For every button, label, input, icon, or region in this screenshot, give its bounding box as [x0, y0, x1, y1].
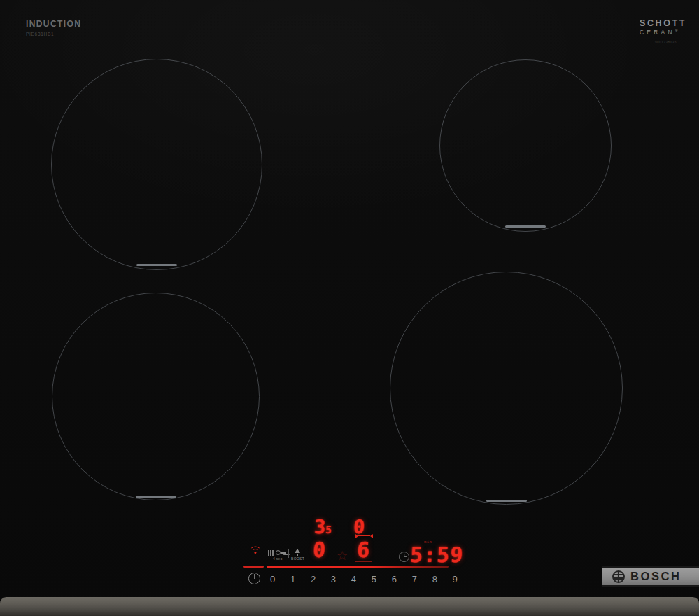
power-level-4[interactable]: 4 — [351, 574, 356, 584]
ceran-wordmark: CERAN® — [640, 29, 690, 36]
glass-serial-text: 9001738036 — [655, 41, 690, 44]
bosch-wordmark: BOSCH — [630, 570, 682, 583]
power-icon[interactable] — [248, 573, 260, 584]
pan-position-tick — [486, 500, 527, 502]
power-level-3[interactable]: 3 — [331, 574, 336, 584]
scale-separator: - — [444, 575, 446, 583]
display-front-right: 6 — [356, 538, 370, 562]
scale-separator: - — [302, 575, 304, 583]
model-number: PIE631HB1 — [26, 31, 54, 36]
power-level-scale[interactable]: 0-1-2-3-4-5-6-7-8-9 — [270, 573, 458, 585]
power-level-8[interactable]: 8 — [432, 574, 437, 584]
bosch-badge: BOSCH — [602, 568, 699, 585]
scale-separator: - — [362, 575, 365, 583]
display-rear-left-fraction: 5 — [325, 524, 332, 536]
timer-display: 5:59 — [409, 542, 464, 567]
registered-mark: ® — [675, 29, 678, 33]
schott-wordmark: SCHOTT — [640, 18, 690, 28]
clock-icon[interactable] — [399, 552, 409, 562]
power-level-7[interactable]: 7 — [412, 574, 417, 584]
scale-separator: - — [423, 575, 425, 583]
power-slider[interactable] — [267, 566, 449, 568]
display-rear-left: 35 — [313, 516, 332, 538]
icon-divider — [288, 549, 289, 558]
boost-label: BOOST — [291, 556, 304, 561]
scale-separator: - — [403, 575, 405, 583]
cooking-zone-front-right — [390, 272, 623, 505]
pan-position-tick — [505, 225, 546, 227]
selected-zone-underline — [355, 561, 372, 562]
pan-position-tick — [136, 496, 176, 498]
induction-hob-surface: INDUCTION PIE631HB1 SCHOTT CERAN® 900173… — [0, 0, 699, 616]
scale-separator: - — [281, 575, 283, 583]
bosch-armature-icon — [612, 570, 625, 583]
power-level-2[interactable]: 2 — [311, 574, 316, 584]
power-slider-segment-left[interactable] — [243, 566, 264, 568]
cooking-zone-rear-right — [439, 59, 612, 232]
keypad-grid-icon — [268, 550, 269, 552]
pan-position-tick — [136, 264, 177, 266]
scale-separator: - — [383, 575, 385, 583]
cooking-zone-front-left — [52, 293, 260, 500]
surface-title: INDUCTION — [26, 19, 81, 29]
wifi-icon — [248, 542, 262, 553]
child-lock-label: 4 sec — [273, 556, 282, 561]
display-front-left: 0 — [312, 538, 326, 562]
scale-separator: - — [322, 575, 324, 583]
schott-ceran-logo: SCHOTT CERAN® 9001738036 — [640, 18, 690, 44]
power-level-1[interactable]: 1 — [290, 574, 295, 584]
front-bezel — [0, 597, 699, 616]
star-icon[interactable]: ☆ — [337, 548, 348, 563]
power-level-0[interactable]: 0 — [270, 574, 275, 584]
boost-arrow-icon[interactable] — [295, 549, 300, 553]
power-level-5[interactable]: 5 — [372, 574, 376, 584]
power-level-6[interactable]: 6 — [392, 574, 397, 584]
power-level-9[interactable]: 9 — [453, 574, 458, 584]
scale-separator: - — [342, 575, 344, 583]
cooking-zone-rear-left — [51, 59, 262, 270]
key-icon[interactable] — [276, 550, 281, 555]
